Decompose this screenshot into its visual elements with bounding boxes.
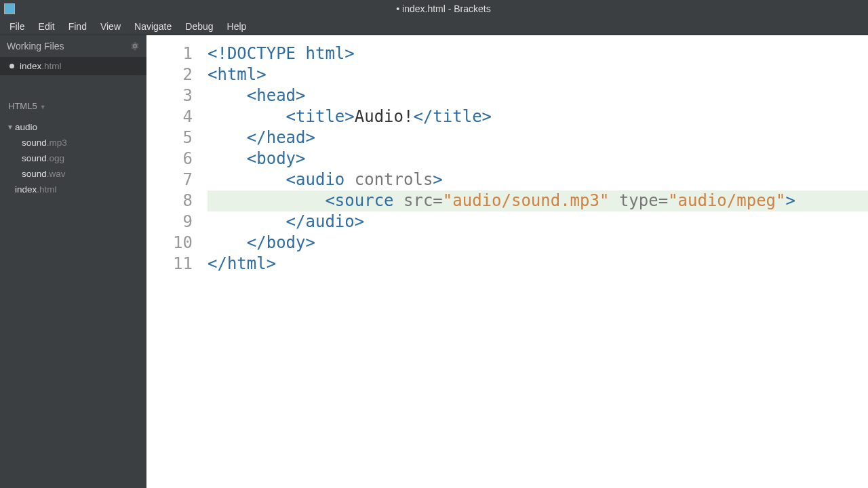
tree-file-index[interactable]: index.html	[0, 182, 146, 197]
titlebar: • index.html - Brackets	[0, 0, 868, 18]
code-line[interactable]: </audio>	[208, 211, 868, 232]
line-gutter: 1234567891011	[146, 35, 199, 488]
dirty-indicator-icon	[9, 64, 14, 68]
code-line[interactable]: <source src="audio/sound.mp3" type="audi…	[208, 190, 868, 211]
code-line[interactable]: </head>	[208, 127, 868, 148]
line-number: 11	[146, 253, 193, 274]
menu-file[interactable]: File	[3, 19, 32, 34]
line-number: 2	[146, 64, 193, 85]
working-files-header: Working Files	[0, 35, 146, 57]
code-area[interactable]: <!DOCTYPE html><html> <head> <title>Audi…	[199, 35, 868, 488]
language-selector[interactable]: HTML5▼	[0, 94, 146, 118]
line-number: 8	[146, 190, 193, 211]
tree-file[interactable]: sound.mp3	[0, 135, 146, 150]
sidebar: Working Files index.html HTML5▼ ▼ audio …	[0, 35, 146, 488]
tree-file[interactable]: sound.ogg	[0, 150, 146, 166]
menubar: File Edit Find View Navigate Debug Help	[0, 18, 868, 35]
working-files-section: Working Files index.html	[0, 35, 146, 75]
main-area: Working Files index.html HTML5▼ ▼ audio …	[0, 35, 868, 488]
code-line[interactable]: <head>	[208, 85, 868, 106]
line-number: 4	[146, 106, 193, 127]
line-number: 9	[146, 211, 193, 232]
file-tree: ▼ audio sound.mp3 sound.ogg sound.wav in…	[0, 118, 146, 199]
working-file-item[interactable]: index.html	[0, 57, 146, 75]
tree-file[interactable]: sound.wav	[0, 166, 146, 182]
code-line[interactable]: </html>	[208, 253, 868, 274]
working-file-name: index.html	[20, 61, 62, 71]
line-number: 10	[146, 232, 193, 253]
working-files-title: Working Files	[7, 41, 64, 52]
code-editor[interactable]: 1234567891011 <!DOCTYPE html><html> <hea…	[146, 35, 868, 488]
menu-debug[interactable]: Debug	[178, 19, 220, 34]
code-line[interactable]: <!DOCTYPE html>	[208, 43, 868, 64]
app-icon	[4, 3, 15, 14]
code-line[interactable]: </body>	[208, 232, 868, 253]
code-line[interactable]: <body>	[208, 148, 868, 169]
chevron-down-icon: ▼	[7, 123, 15, 131]
window-title: • index.html - Brackets	[19, 3, 868, 14]
line-number: 3	[146, 85, 193, 106]
line-number: 5	[146, 127, 193, 148]
code-line[interactable]: <audio controls>	[208, 169, 868, 190]
gear-icon[interactable]	[130, 41, 140, 51]
line-number: 6	[146, 148, 193, 169]
menu-find[interactable]: Find	[62, 19, 94, 34]
menu-help[interactable]: Help	[220, 19, 254, 34]
menu-edit[interactable]: Edit	[32, 19, 62, 34]
line-number: 7	[146, 169, 193, 190]
menu-navigate[interactable]: Navigate	[127, 19, 178, 34]
menu-view[interactable]: View	[94, 19, 127, 34]
tree-folder-audio[interactable]: ▼ audio	[0, 119, 146, 135]
code-line[interactable]: <title>Audio!</title>	[208, 106, 868, 127]
code-line[interactable]: <html>	[208, 64, 868, 85]
line-number: 1	[146, 43, 193, 64]
caret-down-icon: ▼	[40, 104, 46, 110]
